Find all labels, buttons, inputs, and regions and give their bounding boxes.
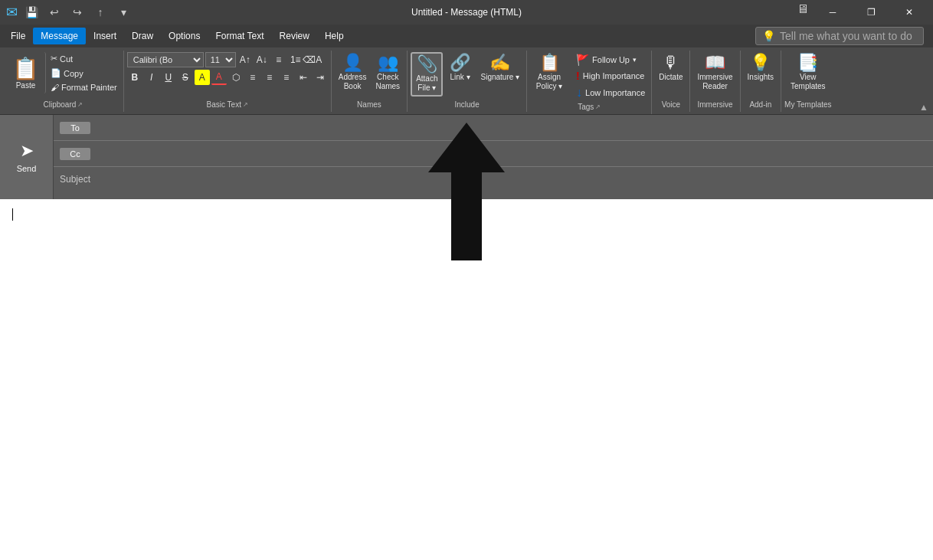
ribbon-group-templates: 📑 ViewTemplates My Templates bbox=[781, 51, 835, 112]
cc-button[interactable]: Cc bbox=[60, 148, 90, 160]
names-content: 👤 AddressBook 👥 CheckNames bbox=[335, 52, 404, 99]
menu-help[interactable]: Help bbox=[317, 28, 352, 44]
lightbulb-icon: 💡 bbox=[762, 30, 775, 42]
link-button[interactable]: 🔗 Link ▾ bbox=[444, 52, 475, 84]
minimize-btn[interactable]: ─ bbox=[815, 0, 850, 25]
align-center-btn[interactable]: ≡ bbox=[245, 70, 260, 85]
redo-qat-btn[interactable]: ↪ bbox=[68, 3, 87, 21]
format-painter-label: Format Painter bbox=[61, 83, 117, 92]
attach-file-label: AttachFile ▾ bbox=[416, 74, 437, 93]
subject-row: Subject bbox=[54, 167, 933, 192]
subject-input[interactable] bbox=[98, 174, 927, 185]
indent-decrease-btn[interactable]: ⇤ bbox=[296, 70, 311, 85]
menu-options[interactable]: Options bbox=[161, 28, 208, 44]
menu-review[interactable]: Review bbox=[272, 28, 317, 44]
undo-qat-btn[interactable]: ↩ bbox=[45, 3, 64, 21]
address-book-icon: 👤 bbox=[342, 54, 363, 71]
high-importance-button[interactable]: ! High Importance bbox=[573, 68, 648, 84]
font-row1: Calibri (Bo 11 A↑ A↓ ≡ 1≡ ⌫A bbox=[127, 52, 320, 67]
address-book-label: AddressBook bbox=[339, 73, 367, 91]
font-grow-btn[interactable]: A↑ bbox=[237, 52, 253, 67]
basic-text-label: Basic Text ↗ bbox=[127, 99, 328, 110]
align-left-btn[interactable]: ⬡ bbox=[228, 70, 244, 85]
copy-button[interactable]: 📄 Copy bbox=[47, 67, 120, 80]
templates-label: My Templates bbox=[784, 99, 832, 110]
ribbon: 📋 Paste ✂ Cut 📄 Copy bbox=[0, 47, 933, 115]
dictate-button[interactable]: 🎙 Dictate bbox=[655, 52, 686, 84]
italic-btn[interactable]: I bbox=[144, 70, 159, 85]
ribbon-groups: 📋 Paste ✂ Cut 📄 Copy bbox=[0, 51, 933, 114]
view-templates-button[interactable]: 📑 ViewTemplates bbox=[787, 52, 830, 93]
paste-icon: 📋 bbox=[12, 56, 39, 81]
assign-policy-icon: 📋 bbox=[539, 54, 560, 71]
signature-button[interactable]: ✍ Signature ▾ bbox=[476, 52, 523, 84]
include-content: 📎 AttachFile ▾ 🔗 Link ▾ ✍ Signature ▾ bbox=[411, 52, 523, 99]
signature-label: Signature ▾ bbox=[480, 73, 519, 82]
immersive-reader-button[interactable]: 📖 ImmersiveReader bbox=[693, 52, 736, 93]
bullet-list-btn[interactable]: ≡ bbox=[271, 52, 286, 67]
paste-button[interactable]: 📋 Paste bbox=[6, 52, 46, 93]
search-placeholder[interactable]: Tell me what you want to do bbox=[780, 30, 917, 42]
monitor-icon: 🖥 bbox=[794, 0, 812, 18]
clipboard-expand-icon[interactable]: ↗ bbox=[77, 101, 83, 108]
copy-label: Copy bbox=[64, 69, 83, 78]
save-qat-btn[interactable]: 💾 bbox=[22, 3, 41, 21]
immersive-label: Immersive bbox=[693, 99, 736, 110]
align-right-btn[interactable]: ≡ bbox=[262, 70, 277, 85]
tags-label: Tags ↗ bbox=[530, 101, 648, 113]
numbered-list-btn[interactable]: 1≡ bbox=[288, 52, 303, 67]
search-box: 💡 Tell me what you want to do bbox=[755, 27, 924, 45]
font-size-select[interactable]: 11 bbox=[205, 52, 236, 67]
text-cursor bbox=[12, 208, 13, 221]
low-importance-icon: ↓ bbox=[576, 86, 582, 100]
justify-btn[interactable]: ≡ bbox=[279, 70, 294, 85]
subject-label: Subject bbox=[60, 174, 98, 185]
menu-insert[interactable]: Insert bbox=[86, 28, 124, 44]
body-area[interactable] bbox=[0, 199, 933, 560]
underline-btn[interactable]: U bbox=[161, 70, 176, 85]
clear-format-btn[interactable]: ⌫A bbox=[305, 52, 320, 67]
follow-up-button[interactable]: 🚩 Follow Up ▾ bbox=[573, 52, 648, 67]
menu-file[interactable]: File bbox=[3, 28, 33, 44]
bold-btn[interactable]: B bbox=[127, 70, 142, 85]
addin-label: Add-in bbox=[744, 99, 778, 110]
address-book-button[interactable]: 👤 AddressBook bbox=[335, 52, 371, 93]
close-btn[interactable]: ✕ bbox=[892, 0, 927, 25]
ribbon-collapse-btn[interactable]: ▲ bbox=[919, 102, 928, 113]
cut-label: Cut bbox=[60, 54, 73, 64]
addin-content: 💡 Insights bbox=[744, 52, 778, 99]
view-templates-label: ViewTemplates bbox=[791, 73, 826, 91]
send-button[interactable]: ➤ Send bbox=[0, 115, 54, 199]
restore-btn[interactable]: ❐ bbox=[853, 0, 889, 25]
up-qat-btn[interactable]: ↑ bbox=[91, 3, 110, 21]
menu-draw[interactable]: Draw bbox=[124, 28, 161, 44]
tags-expand-icon[interactable]: ↗ bbox=[595, 103, 601, 110]
highlight-btn[interactable]: A bbox=[195, 70, 210, 85]
check-names-icon: 👥 bbox=[378, 54, 398, 71]
to-button[interactable]: To bbox=[60, 122, 90, 134]
ribbon-group-include: 📎 AttachFile ▾ 🔗 Link ▾ ✍ Signature ▾ In… bbox=[408, 51, 527, 112]
cut-button[interactable]: ✂ Cut bbox=[47, 52, 120, 65]
font-family-select[interactable]: Calibri (Bo bbox=[127, 52, 204, 67]
font-color-btn[interactable]: A bbox=[211, 70, 227, 85]
to-input[interactable] bbox=[97, 123, 927, 133]
font-shrink-btn[interactable]: A↓ bbox=[254, 52, 270, 67]
voice-content: 🎙 Dictate bbox=[655, 52, 686, 99]
menu-format-text[interactable]: Format Text bbox=[208, 28, 271, 44]
cc-input[interactable] bbox=[97, 149, 927, 159]
assign-policy-button[interactable]: 📋 AssignPolicy ▾ bbox=[530, 52, 568, 93]
clipboard-content: 📋 Paste ✂ Cut 📄 Copy bbox=[6, 52, 120, 99]
format-painter-button[interactable]: 🖌 Format Painter bbox=[47, 81, 120, 93]
attach-file-icon: 📎 bbox=[417, 56, 437, 73]
ribbon-group-tags: 📋 AssignPolicy ▾ 🚩 Follow Up ▾ ! High Im… bbox=[527, 51, 652, 114]
strikethrough-btn[interactable]: S bbox=[178, 70, 193, 85]
basic-text-expand-icon[interactable]: ↗ bbox=[243, 101, 248, 108]
format-painter-icon: 🖌 bbox=[51, 83, 59, 92]
insights-button[interactable]: 💡 Insights bbox=[744, 52, 778, 84]
low-importance-button[interactable]: ↓ Low Importance bbox=[573, 84, 648, 101]
customize-qat-btn[interactable]: ▾ bbox=[114, 3, 133, 21]
check-names-button[interactable]: 👥 CheckNames bbox=[372, 52, 404, 93]
menu-message[interactable]: Message bbox=[33, 28, 86, 44]
indent-increase-btn[interactable]: ⇥ bbox=[313, 70, 328, 85]
attach-file-button[interactable]: 📎 AttachFile ▾ bbox=[411, 52, 443, 97]
